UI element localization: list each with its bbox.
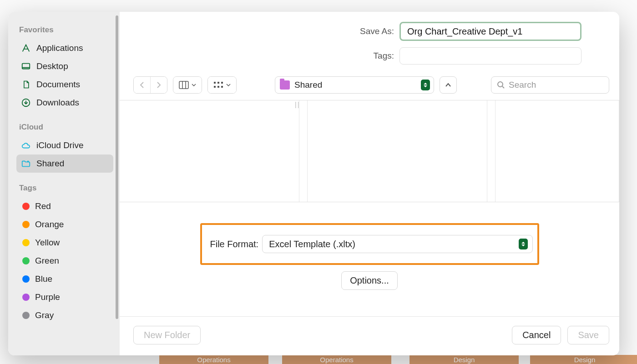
sidebar-item-label: Green <box>35 256 59 266</box>
view-columns-button[interactable] <box>173 77 202 93</box>
sidebar-item-documents[interactable]: Documents <box>16 75 113 94</box>
new-folder-button[interactable]: New Folder <box>133 326 201 344</box>
svg-rect-11 <box>221 86 223 88</box>
options-button[interactable]: Options... <box>341 271 398 290</box>
sidebar-item-label: Yellow <box>35 238 60 248</box>
sidebar-item-shared[interactable]: Shared <box>16 155 113 173</box>
sidebar-item-downloads[interactable]: Downloads <box>16 94 113 112</box>
desktop-icon <box>21 61 31 71</box>
downloads-icon <box>21 98 31 108</box>
file-format-dropdown[interactable]: Excel Template (.xltx) <box>262 235 532 253</box>
save-as-label: Save As: <box>120 26 399 36</box>
sidebar-tag-yellow[interactable]: Yellow <box>16 234 113 252</box>
search-icon <box>497 81 505 89</box>
chevron-left-icon <box>139 81 145 89</box>
file-format-label: File Format: <box>210 239 259 249</box>
shared-folder-icon <box>21 159 31 169</box>
applications-icon <box>21 43 31 53</box>
location-dropdown[interactable]: Shared <box>275 76 434 94</box>
footer: New Folder Cancel Save <box>120 316 619 355</box>
bg-cell: Operations <box>282 355 391 364</box>
sidebar-section-tags: Tags <box>16 182 113 197</box>
collapse-button[interactable] <box>440 76 457 94</box>
browser-column[interactable] <box>120 100 299 202</box>
sidebar-item-label: Orange <box>35 219 64 229</box>
svg-rect-7 <box>217 82 219 84</box>
sidebar-item-applications[interactable]: Applications <box>16 39 113 57</box>
bg-cell: Design <box>530 355 637 364</box>
tag-dot-icon <box>22 239 30 246</box>
sidebar-item-label: Blue <box>35 274 52 284</box>
save-dialog: Favorites Applications Desktop Documents… <box>8 12 619 355</box>
save-as-input[interactable] <box>399 22 581 41</box>
svg-rect-9 <box>214 86 216 88</box>
sidebar-item-label: iCloud Drive <box>36 140 83 150</box>
browser-column[interactable] <box>495 100 619 202</box>
sidebar-item-label: Red <box>35 201 51 211</box>
cloud-icon <box>21 140 31 150</box>
sidebar-tag-red[interactable]: Red <box>16 197 113 215</box>
sidebar-tag-gray[interactable]: Gray <box>16 306 113 324</box>
grid-icon <box>213 81 223 89</box>
bg-cell: Design <box>410 355 519 364</box>
tags-label: Tags: <box>120 51 399 61</box>
forward-button[interactable] <box>150 77 167 93</box>
save-button[interactable]: Save <box>567 326 609 344</box>
svg-rect-8 <box>221 82 223 84</box>
sidebar-scrollbar[interactable] <box>116 15 118 319</box>
tag-dot-icon <box>22 257 30 264</box>
svg-rect-10 <box>217 86 219 88</box>
sidebar-tag-orange[interactable]: Orange <box>16 215 113 234</box>
folder-icon <box>280 80 290 90</box>
tag-dot-icon <box>22 294 30 301</box>
svg-line-13 <box>502 86 504 88</box>
main-panel: Save As: Tags: <box>120 12 619 355</box>
file-browser[interactable]: || <box>120 100 619 202</box>
toolbar: Shared Search <box>120 73 619 100</box>
sidebar-item-desktop[interactable]: Desktop <box>16 57 113 75</box>
view-grid-button[interactable] <box>208 77 236 93</box>
search-input[interactable]: Search <box>491 76 609 94</box>
sidebar-section-icloud: iCloud <box>16 121 113 136</box>
file-format-value: Excel Template (.xltx) <box>269 239 355 249</box>
cancel-button[interactable]: Cancel <box>512 326 561 344</box>
sidebar-tag-green[interactable]: Green <box>16 252 113 270</box>
chevron-up-icon <box>445 82 451 88</box>
drag-handle-icon[interactable]: || <box>295 101 300 108</box>
browser-column[interactable] <box>308 100 487 202</box>
tag-dot-icon <box>22 312 30 319</box>
sidebar-item-label: Desktop <box>36 61 68 71</box>
stepper-icon <box>421 80 430 90</box>
tag-dot-icon <box>22 221 30 228</box>
column-divider[interactable] <box>487 100 495 202</box>
tag-dot-icon <box>22 275 30 283</box>
sidebar-item-label: Applications <box>36 43 83 53</box>
file-format-highlight: File Format: Excel Template (.xltx) <box>200 223 539 265</box>
columns-icon <box>179 81 189 89</box>
search-placeholder: Search <box>509 80 536 90</box>
view-columns <box>173 76 202 94</box>
chevron-right-icon <box>156 81 162 89</box>
sidebar-item-icloud-drive[interactable]: iCloud Drive <box>16 136 113 155</box>
svg-rect-0 <box>22 64 30 69</box>
svg-rect-3 <box>179 81 188 89</box>
tag-dot-icon <box>22 203 30 210</box>
top-fields: Save As: Tags: <box>120 12 619 73</box>
sidebar-item-label: Purple <box>35 292 60 302</box>
sidebar-tag-blue[interactable]: Blue <box>16 270 113 288</box>
nav-back-forward <box>133 76 167 94</box>
column-divider[interactable]: || <box>299 100 308 202</box>
bg-cell: Operations <box>159 355 268 364</box>
sidebar-item-label: Downloads <box>36 98 79 108</box>
sidebar-tag-purple[interactable]: Purple <box>16 288 113 306</box>
chevron-down-icon <box>192 83 196 87</box>
back-button[interactable] <box>134 77 150 93</box>
svg-point-2 <box>27 160 29 162</box>
svg-rect-6 <box>214 82 216 84</box>
sidebar-item-label: Documents <box>36 80 80 90</box>
sidebar: Favorites Applications Desktop Documents… <box>8 12 120 355</box>
tags-input[interactable] <box>399 47 581 65</box>
sidebar-section-favorites: Favorites <box>16 24 113 39</box>
sidebar-item-label: Shared <box>36 159 64 169</box>
svg-point-12 <box>498 82 503 87</box>
